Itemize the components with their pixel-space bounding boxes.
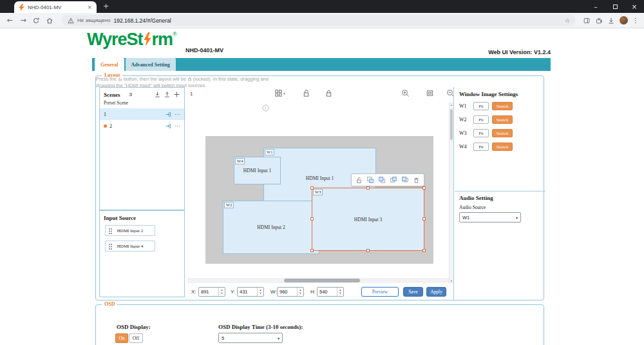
layout-grid-button[interactable]: ▾: [274, 89, 285, 97]
menu-kebab-icon[interactable]: ⋮: [632, 17, 639, 24]
resize-handle[interactable]: [422, 249, 426, 252]
scene-item-label: 1: [104, 112, 106, 117]
input-source-hdmi-4[interactable]: HDMI Input 4: [105, 241, 155, 251]
side-panel-icon[interactable]: [583, 17, 591, 25]
w-value: 960: [278, 289, 297, 295]
canvas-horizontal-scrollbar[interactable]: [187, 278, 449, 283]
unlock-button[interactable]: [302, 89, 310, 97]
resize-handle[interactable]: [310, 186, 314, 190]
stretch-button[interactable]: Stretch: [492, 129, 513, 137]
fit-button[interactable]: Fit: [473, 143, 489, 151]
audio-setting-title: Audio Setting: [459, 195, 493, 201]
new-tab-button[interactable]: +: [103, 2, 109, 10]
home-icon[interactable]: [46, 17, 55, 25]
input-source-hdmi-2[interactable]: HDMI Input 2: [105, 225, 155, 236]
logo-text-left: WyreSt: [87, 30, 143, 48]
tab-close-icon[interactable]: ×: [87, 4, 92, 10]
scene-more-icon[interactable]: ⋯: [175, 123, 180, 128]
extensions-puzzle-icon[interactable]: [595, 17, 603, 25]
url-text[interactable]: 192.168.1.24/#/General: [113, 17, 561, 24]
scene-item-label: 2: [109, 123, 112, 129]
apply-button[interactable]: Apply: [426, 287, 446, 297]
bring-to-front-icon[interactable]: [366, 176, 374, 184]
x-input[interactable]: 891 ▴▾: [198, 287, 225, 297]
canvas-window-w4[interactable]: W4 HDMI Input 1: [234, 157, 281, 184]
resize-handle[interactable]: [310, 217, 314, 221]
resize-handle[interactable]: [366, 186, 370, 190]
resize-handle[interactable]: [422, 217, 426, 221]
osd-off-button[interactable]: Off: [129, 333, 143, 343]
lock-mini-icon: [187, 77, 192, 81]
main-nav-bar: General Advanced Setting: [92, 58, 551, 71]
osd-display-time-select[interactable]: 5 ▾: [218, 333, 283, 343]
osd-display-time-label: OSD Display Time (3-10 seconds):: [218, 324, 303, 330]
spinner-icon[interactable]: ▴▾: [257, 288, 263, 296]
scene-download-icon[interactable]: [154, 91, 161, 98]
forward-icon[interactable]: →: [19, 16, 28, 25]
scene-add-icon[interactable]: [173, 91, 180, 98]
zoom-in-button[interactable]: [401, 89, 410, 97]
resize-handle[interactable]: [422, 186, 426, 190]
back-icon[interactable]: ←: [5, 16, 14, 25]
refresh-icon[interactable]: [32, 17, 41, 25]
bookmark-star-icon[interactable]: ☆: [565, 17, 570, 24]
profile-avatar[interactable]: [620, 16, 628, 25]
lock-window-icon[interactable]: [355, 177, 363, 184]
stretch-button[interactable]: Stretch: [492, 115, 513, 124]
window-minimize-button[interactable]: –: [586, 0, 605, 13]
fit-screen-button[interactable]: [426, 89, 434, 97]
fit-button[interactable]: Fit: [473, 102, 489, 110]
audio-source-select[interactable]: W1 ▾: [459, 212, 521, 222]
canvas-window-w3-selected[interactable]: W3 HDMI Input 3: [312, 188, 424, 251]
scenes-title: Scenes: [104, 92, 120, 98]
spinner-icon[interactable]: ▴▾: [337, 288, 343, 296]
stretch-button[interactable]: Stretch: [492, 102, 513, 110]
resize-handle[interactable]: [310, 249, 314, 252]
save-button[interactable]: Save: [403, 287, 423, 297]
lock-button[interactable]: [325, 89, 333, 97]
y-value: 431: [238, 289, 257, 295]
w-input[interactable]: 960 ▴▾: [277, 287, 304, 297]
wis-row-w2: W2 Fit Stretch: [459, 115, 513, 124]
window-close-button[interactable]: ×: [625, 0, 644, 13]
drag-handle-icon: [108, 228, 113, 235]
scrollbar-thumb[interactable]: [450, 109, 453, 140]
scene-list-item[interactable]: 2 ⋯: [100, 120, 184, 132]
x-value: 891: [199, 289, 218, 295]
tab-advanced-setting[interactable]: Advanced Setting: [126, 58, 176, 71]
scene-more-icon[interactable]: ⋯: [175, 112, 180, 117]
y-input[interactable]: 431 ▴▾: [237, 287, 264, 297]
fit-button[interactable]: Fit: [473, 129, 489, 137]
h-input[interactable]: 540 ▴▾: [317, 287, 344, 297]
fit-button[interactable]: Fit: [473, 115, 489, 124]
spinner-icon[interactable]: ▴▾: [218, 288, 225, 296]
canvas-window-w2[interactable]: W2 HDMI Input 2: [223, 201, 319, 254]
hint-part2: button, then the layout will be: [124, 76, 186, 83]
preview-button[interactable]: Preview: [361, 287, 399, 297]
tab-favicon-icon: [19, 4, 24, 11]
scenes-count: 3: [129, 92, 132, 97]
address-bar[interactable]: Не защищено 192.168.1.24/#/General ☆: [62, 15, 576, 26]
layout-canvas[interactable]: W1 HDMI Input 1 W4 HDMI Input 1 W2 HDMI …: [205, 136, 433, 264]
bring-forward-icon[interactable]: [390, 176, 397, 184]
input-source-label: HDMI Input 2: [117, 228, 143, 233]
scene-upload-icon[interactable]: [164, 91, 171, 98]
send-to-back-icon[interactable]: [378, 176, 386, 184]
delete-window-icon[interactable]: [413, 177, 420, 184]
resize-handle[interactable]: [366, 249, 370, 252]
scene-list-item[interactable]: 1 ⋯: [100, 108, 184, 120]
spinner-icon[interactable]: ▴▾: [297, 288, 303, 296]
scrollbar-thumb[interactable]: [284, 279, 360, 282]
scene-apply-icon[interactable]: [165, 111, 172, 118]
window-maximize-button[interactable]: [605, 0, 625, 13]
coords-row: X: 891 ▴▾ Y: 431 ▴▾ W: 960 ▴▾ H: 540 ▴▾ …: [187, 286, 453, 297]
stretch-button[interactable]: Stretch: [492, 143, 513, 151]
security-chip[interactable]: Не защищено: [77, 17, 110, 23]
scene-apply-icon[interactable]: [165, 123, 172, 130]
browser-tab[interactable]: NHD-0401-MV ×: [14, 1, 97, 13]
send-backward-icon[interactable]: [401, 176, 409, 184]
layout-panel-title: Layout: [102, 72, 122, 78]
downloads-icon[interactable]: [607, 17, 615, 25]
tab-general[interactable]: General: [95, 58, 124, 71]
osd-on-button[interactable]: On: [115, 333, 128, 343]
